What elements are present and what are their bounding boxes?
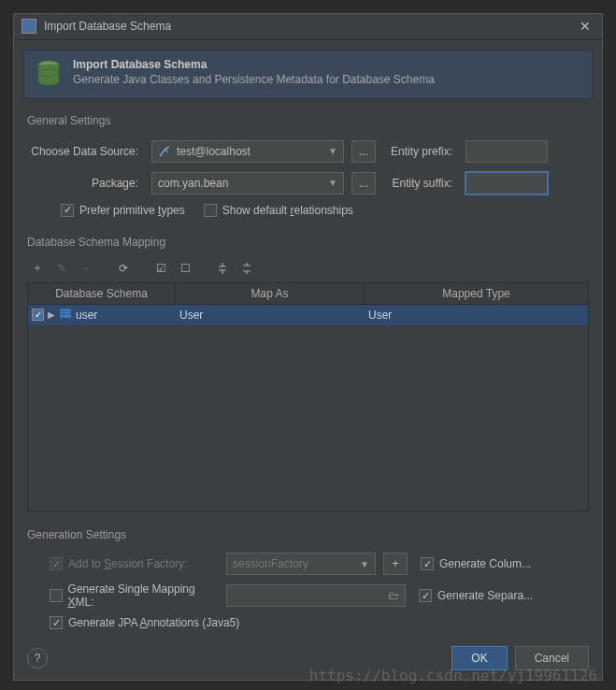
expand-icon[interactable]: ▶	[48, 309, 55, 320]
checkbox-icon	[50, 616, 63, 629]
row-name: user	[76, 309, 97, 322]
generate-column-checkbox[interactable]: Generate Colum...	[421, 557, 531, 570]
help-button[interactable]: ?	[27, 648, 48, 668]
package-label: Package:	[27, 177, 144, 190]
jpa-annotations-checkbox[interactable]: Generate JPA Annotations (Java5)	[50, 616, 239, 629]
general-settings-form: Choose Data Source: test@localhost ▼ ...…	[14, 131, 602, 223]
data-source-combo[interactable]: test@localhost ▼	[151, 140, 344, 163]
checkbox-icon	[204, 204, 217, 217]
col-mapped-type[interactable]: Mapped Type	[365, 283, 588, 304]
cancel-button[interactable]: Cancel	[515, 646, 589, 670]
add-icon[interactable]: ＋	[27, 258, 48, 279]
single-xml-path-input[interactable]: 🗁	[226, 584, 406, 607]
row-mapped-type: User	[365, 309, 588, 322]
show-relationships-checkbox[interactable]: Show default relationships	[204, 204, 353, 217]
mapping-section-label: Database Schema Mapping	[14, 232, 602, 252]
import-schema-dialog: Import Database Schema ✕ Import Database…	[13, 13, 603, 681]
package-combo[interactable]: com.yan.bean ▼	[151, 172, 344, 194]
entity-suffix-input[interactable]	[466, 172, 548, 194]
svg-rect-2	[60, 309, 71, 318]
entity-prefix-input[interactable]	[466, 140, 548, 163]
collapse-all-icon[interactable]	[236, 258, 257, 279]
col-map-as[interactable]: Map As	[176, 283, 365, 304]
chevron-down-icon: ▼	[328, 178, 337, 188]
checkbox-icon	[421, 557, 434, 570]
prefer-primitive-checkbox[interactable]: Prefer primitive types	[61, 204, 185, 217]
generation-settings: Add to Session Factory: sessionFactory ▼…	[14, 545, 602, 637]
folder-icon[interactable]: 🗁	[388, 589, 399, 602]
deselect-all-icon[interactable]: ☐	[175, 258, 195, 279]
checkbox-icon	[50, 589, 63, 602]
package-browse-button[interactable]: ...	[351, 172, 376, 194]
refresh-icon[interactable]: ⟳	[113, 258, 134, 279]
banner-desc: Generate Java Classes and Persistence Me…	[73, 73, 435, 86]
titlebar[interactable]: Import Database Schema ✕	[14, 14, 602, 40]
generate-separate-checkbox[interactable]: Generate Separa...	[419, 589, 533, 602]
chevron-down-icon: ▼	[360, 559, 369, 569]
table-body[interactable]: ▶ user User User	[28, 305, 588, 510]
data-source-value: test@localhost	[177, 145, 251, 158]
ok-button[interactable]: OK	[451, 646, 507, 670]
data-source-browse-button[interactable]: ...	[351, 140, 376, 163]
general-settings-label: General Settings	[14, 110, 602, 131]
session-factory-combo[interactable]: sessionFactory ▼	[226, 553, 376, 575]
add-session-checkbox: Add to Session Factory:	[50, 557, 187, 570]
checkbox-icon	[50, 557, 63, 570]
close-icon[interactable]: ✕	[576, 19, 595, 34]
data-source-label: Choose Data Source:	[27, 145, 144, 158]
banner-text: Import Database Schema Generate Java Cla…	[73, 58, 435, 86]
banner: Import Database Schema Generate Java Cla…	[23, 50, 593, 99]
entity-prefix-label: Entity prefix:	[383, 145, 458, 158]
generation-section-label: Generation Settings	[14, 525, 602, 545]
chevron-down-icon: ▼	[328, 146, 337, 156]
session-factory-value: sessionFactory	[233, 557, 308, 570]
table-row[interactable]: ▶ user User User	[28, 305, 588, 325]
table-icon	[59, 307, 72, 323]
datasource-icon	[158, 145, 171, 158]
mapping-toolbar: ＋ ✎ − ⟳ ☑ ☐	[14, 252, 602, 282]
expand-all-icon[interactable]	[212, 258, 233, 279]
row-checkbox[interactable]	[32, 309, 44, 321]
row-map-as: User	[176, 309, 365, 322]
package-value: com.yan.bean	[158, 177, 228, 190]
table-header: Database Schema Map As Mapped Type	[28, 283, 588, 305]
single-xml-checkbox[interactable]: Generate Single Mapping XML:	[50, 582, 219, 609]
remove-icon[interactable]: −	[76, 258, 96, 279]
window-title: Import Database Schema	[44, 20, 576, 33]
checkbox-icon	[419, 589, 432, 602]
col-schema[interactable]: Database Schema	[28, 283, 176, 304]
select-all-icon[interactable]: ☑	[150, 258, 171, 279]
checkbox-icon	[61, 204, 74, 217]
dialog-footer: ? OK Cancel	[14, 637, 602, 680]
add-session-button[interactable]: +	[383, 553, 408, 575]
mapping-table: Database Schema Map As Mapped Type ▶ use…	[27, 282, 589, 511]
edit-icon[interactable]: ✎	[51, 258, 72, 279]
app-icon	[21, 19, 36, 34]
entity-suffix-label: Entity suffix:	[383, 177, 458, 190]
database-icon	[34, 58, 64, 91]
banner-title: Import Database Schema	[73, 58, 435, 71]
